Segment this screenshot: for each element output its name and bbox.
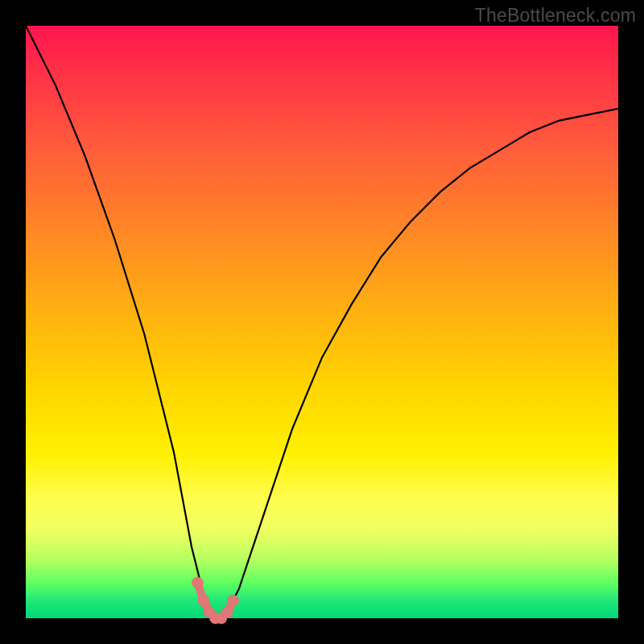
bottleneck-curve xyxy=(26,26,618,618)
valley-marker xyxy=(192,577,203,588)
valley-markers xyxy=(192,577,238,624)
curve-layer xyxy=(26,26,618,618)
chart-frame: TheBottleneck.com xyxy=(0,0,644,644)
plot-area xyxy=(26,26,618,618)
valley-marker xyxy=(228,595,239,606)
valley-marker xyxy=(221,607,233,618)
watermark-text: TheBottleneck.com xyxy=(475,5,636,27)
valley-marker xyxy=(198,595,209,606)
